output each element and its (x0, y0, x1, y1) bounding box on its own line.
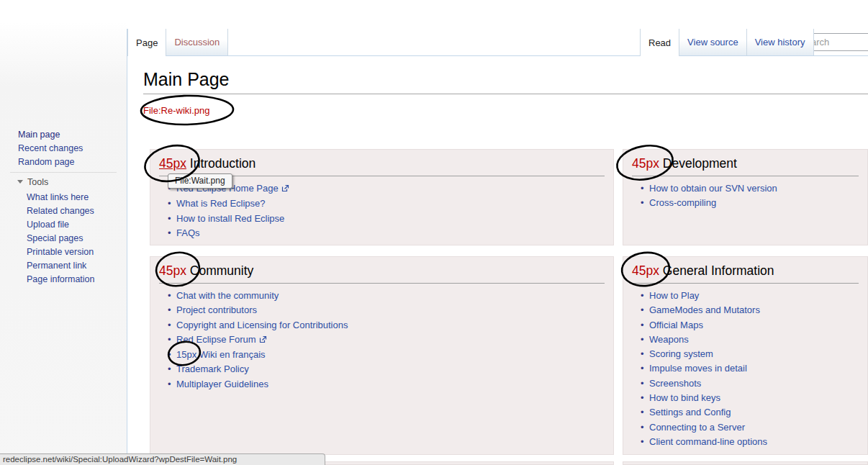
sidebar: Main page Recent changes Random page Too… (0, 0, 127, 465)
link-wiki-francais[interactable]: Wiki en français (199, 349, 266, 360)
list-item[interactable]: GameModes and Mutators (649, 303, 867, 317)
tab-view-history-label[interactable]: View history (755, 37, 805, 48)
broken-image-redlink-community[interactable]: 45px (159, 263, 186, 278)
page-title: Main Page (143, 69, 868, 94)
sidebar-link-printable-version[interactable]: Printable version (27, 247, 94, 257)
link-cross-compiling[interactable]: Cross-compiling (649, 197, 716, 208)
link-how-to-play[interactable]: How to Play (649, 290, 699, 301)
list-item[interactable]: How to install Red Eclipse (176, 212, 613, 226)
list-item[interactable]: 15px Wiki en français (176, 348, 613, 362)
tab-read[interactable]: Read (640, 29, 679, 56)
link-weapons[interactable]: Weapons (649, 334, 689, 345)
section-introduction-title: Introduction (190, 156, 256, 171)
sidebar-link-upload-file[interactable]: Upload file (27, 220, 69, 230)
link-official-maps[interactable]: Official Maps (649, 320, 703, 330)
sidebar-link-recent-changes[interactable]: Recent changes (18, 143, 83, 153)
sidebar-link-related-changes[interactable]: Related changes (27, 206, 94, 216)
sidebar-item-upload-file[interactable]: Upload file (27, 218, 95, 232)
link-connecting-server[interactable]: Connecting to a Server (649, 422, 745, 433)
list-item[interactable]: How to obtain our SVN version (649, 181, 867, 196)
link-project-contributors[interactable]: Project contributors (176, 304, 257, 315)
list-item[interactable]: How to bind keys (649, 391, 867, 405)
section-community: 45px Community Chat with the community P… (150, 256, 614, 455)
section-general-information-title: General Information (663, 263, 774, 278)
section-partial-right (623, 461, 868, 465)
sidebar-tools-header[interactable]: Tools (17, 177, 48, 187)
link-trademark-policy[interactable]: Trademark Policy (176, 364, 249, 374)
tab-read-label: Read (648, 37, 671, 48)
list-item[interactable]: FAQs (176, 226, 613, 240)
sidebar-item-what-links-here[interactable]: What links here (27, 191, 95, 204)
list-item[interactable]: Screenshots (649, 376, 867, 391)
sidebar-link-main-page[interactable]: Main page (18, 130, 60, 140)
tab-view-history[interactable]: View history (747, 29, 814, 55)
general-information-link-list: How to Play GameModes and Mutators Offic… (623, 289, 867, 449)
file-re-wiki-redlink[interactable]: File:Re-wiki.png (143, 105, 209, 116)
link-red-eclipse-forum[interactable]: Red Eclipse Forum (176, 334, 256, 345)
broken-image-redlink-introduction[interactable]: 45px (159, 156, 186, 171)
sidebar-item-printable-version[interactable]: Printable version (27, 245, 95, 259)
list-item[interactable]: Multiplayer Guidelines (176, 377, 613, 392)
link-faqs[interactable]: FAQs (176, 227, 200, 238)
external-link-icon (281, 182, 289, 197)
link-bind-keys[interactable]: How to bind keys (649, 392, 720, 403)
tab-page[interactable]: Page (127, 29, 166, 56)
link-chat-community[interactable]: Chat with the community (176, 290, 279, 301)
namespace-tabs: Page Discussion (127, 29, 228, 56)
list-item[interactable]: Chat with the community (176, 289, 613, 303)
section-development: 45px Development How to obtain our SVN v… (623, 149, 868, 245)
list-item[interactable]: Connecting to a Server (649, 420, 867, 435)
sidebar-link-permanent-link[interactable]: Permanent link (27, 261, 86, 271)
sidebar-item-special-pages[interactable]: Special pages (27, 232, 95, 245)
sidebar-nav: Main page Recent changes Random page (18, 128, 83, 169)
list-item[interactable]: Client command-line options (649, 435, 867, 449)
link-client-cli-options[interactable]: Client command-line options (649, 436, 767, 447)
link-copyright-licensing[interactable]: Copyright and Licensing for Contribution… (176, 320, 348, 330)
sidebar-link-what-links-here[interactable]: What links here (27, 192, 89, 202)
link-screenshots[interactable]: Screenshots (649, 378, 701, 389)
link-settings-config[interactable]: Settings and Config (649, 407, 731, 417)
link-multiplayer-guidelines[interactable]: Multiplayer Guidelines (176, 379, 268, 389)
list-item[interactable]: Red Eclipse Home Page (176, 181, 613, 197)
link-obtain-svn[interactable]: How to obtain our SVN version (649, 183, 777, 194)
list-item[interactable]: Red Eclipse Forum (176, 333, 613, 348)
sidebar-item-page-information[interactable]: Page information (27, 273, 95, 286)
broken-flag-redlink[interactable]: 15px (176, 349, 196, 360)
sidebar-link-special-pages[interactable]: Special pages (27, 233, 83, 243)
list-item[interactable]: Trademark Policy (176, 362, 613, 376)
tab-discussion[interactable]: Discussion (166, 29, 228, 55)
list-item[interactable]: How to Play (649, 289, 867, 303)
tab-discussion-label[interactable]: Discussion (174, 37, 220, 48)
list-item[interactable]: What is Red Eclipse? (176, 197, 613, 211)
list-item[interactable]: Weapons (649, 333, 867, 347)
link-how-to-install[interactable]: How to install Red Eclipse (176, 213, 284, 224)
broken-image-redlink-general[interactable]: 45px (632, 263, 659, 278)
sidebar-tools-list: What links here Related changes Upload f… (27, 191, 95, 286)
chevron-down-icon[interactable] (17, 180, 23, 184)
tab-view-source[interactable]: View source (679, 29, 747, 55)
image-tooltip: File:Wait.png (168, 173, 232, 189)
list-item[interactable]: Settings and Config (649, 405, 867, 420)
link-scoring-system[interactable]: Scoring system (649, 348, 713, 359)
link-what-is-red-eclipse[interactable]: What is Red Eclipse? (176, 198, 266, 209)
sidebar-link-page-information[interactable]: Page information (27, 274, 95, 284)
sidebar-item-related-changes[interactable]: Related changes (27, 204, 95, 218)
view-tabs: Read View source View history (640, 29, 814, 56)
tab-view-source-label[interactable]: View source (687, 37, 738, 48)
list-item[interactable]: Copyright and Licensing for Contribution… (176, 318, 613, 333)
sidebar-item-permanent-link[interactable]: Permanent link (27, 259, 95, 273)
link-impulse-moves[interactable]: Impulse moves in detail (649, 363, 747, 374)
link-gamemodes-mutators[interactable]: GameModes and Mutators (649, 304, 760, 315)
content-left-border (127, 29, 127, 455)
list-item[interactable]: Scoring system (649, 347, 867, 361)
sidebar-item-main-page[interactable]: Main page (18, 128, 83, 142)
sidebar-link-random-page[interactable]: Random page (18, 157, 75, 167)
list-item[interactable]: Impulse moves in detail (649, 361, 867, 376)
list-item[interactable]: Official Maps (649, 318, 867, 333)
list-item[interactable]: Project contributors (176, 303, 613, 317)
broken-image-redlink-development[interactable]: 45px (632, 156, 659, 171)
sidebar-item-recent-changes[interactable]: Recent changes (18, 142, 83, 155)
wiki-page: Main page Recent changes Random page Too… (0, 0, 868, 465)
sidebar-item-random-page[interactable]: Random page (18, 155, 83, 169)
list-item[interactable]: Cross-compiling (649, 196, 867, 210)
